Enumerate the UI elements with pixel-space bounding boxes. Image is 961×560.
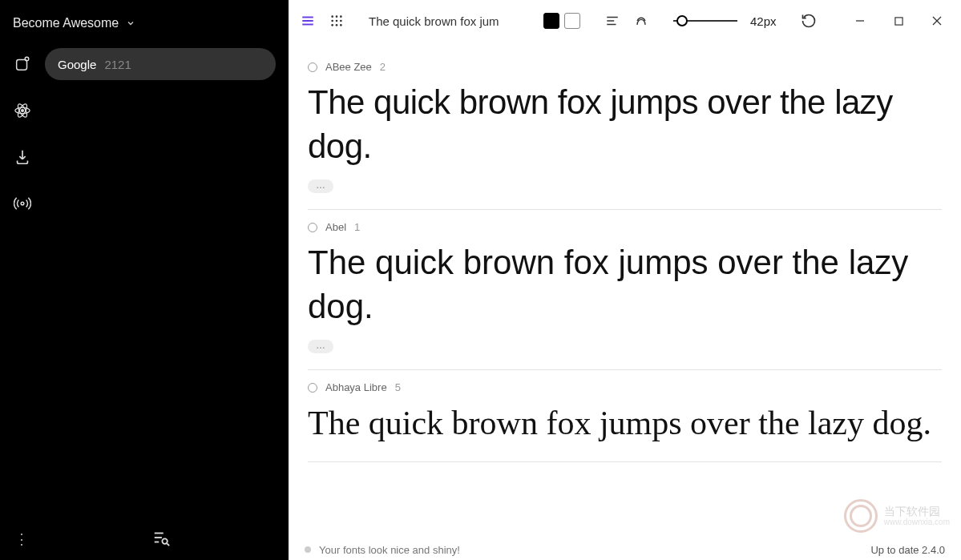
svg-point-16 bbox=[336, 15, 338, 18]
folder-icon[interactable] bbox=[13, 54, 32, 74]
svg-rect-28 bbox=[894, 17, 902, 24]
sidebar-item-label: Google bbox=[58, 58, 96, 71]
align-left-icon[interactable] bbox=[603, 11, 622, 30]
ligatures-icon[interactable] bbox=[632, 11, 651, 30]
select-font-radio[interactable] bbox=[308, 383, 317, 393]
font-list: ABee Zee 2 The quick brown fox jumps ove… bbox=[289, 42, 961, 539]
svg-point-18 bbox=[331, 20, 333, 22]
more-menu-icon[interactable]: ⋮ bbox=[13, 530, 32, 548]
font-sample[interactable]: The quick brown fox jumps over the lazy … bbox=[308, 81, 942, 168]
font-name: Abel bbox=[325, 221, 346, 233]
select-font-radio[interactable] bbox=[308, 62, 317, 72]
reset-icon[interactable] bbox=[799, 11, 818, 30]
svg-point-6 bbox=[21, 202, 24, 205]
workspace-title: Become Awesome bbox=[13, 16, 119, 30]
font-more-button[interactable]: … bbox=[308, 179, 333, 193]
svg-point-17 bbox=[340, 15, 342, 18]
font-more-button[interactable]: … bbox=[308, 340, 333, 353]
size-value: 42px bbox=[750, 14, 777, 28]
svg-point-10 bbox=[162, 538, 167, 543]
svg-point-19 bbox=[336, 20, 338, 22]
svg-point-21 bbox=[331, 24, 333, 26]
broadcast-icon[interactable] bbox=[13, 194, 32, 213]
font-row: Abhaya Libre 5 The quick brown fox jumps… bbox=[308, 370, 942, 462]
list-view-icon[interactable] bbox=[298, 11, 317, 30]
font-variant-count: 2 bbox=[380, 61, 386, 73]
sidebar-item-google[interactable]: Google 2121 bbox=[45, 48, 276, 80]
sidebar-rail bbox=[0, 43, 45, 518]
collections-list: Google 2121 bbox=[45, 43, 289, 518]
main-panel: 42px ABee Zee 2 The bbox=[289, 0, 961, 560]
font-variant-count: 5 bbox=[395, 381, 402, 393]
status-indicator-icon bbox=[305, 546, 311, 553]
svg-point-15 bbox=[331, 15, 333, 18]
playlist-search-icon[interactable] bbox=[152, 529, 170, 550]
font-row: Abel 1 The quick brown fox jumps over th… bbox=[308, 210, 942, 370]
download-icon[interactable] bbox=[13, 147, 32, 167]
font-name: ABee Zee bbox=[325, 61, 372, 73]
toolbar: 42px bbox=[289, 0, 961, 42]
sample-text-input[interactable] bbox=[369, 14, 521, 28]
chevron-down-icon bbox=[125, 18, 136, 29]
svg-point-5 bbox=[22, 110, 24, 112]
svg-rect-0 bbox=[17, 60, 27, 71]
grid-view-icon[interactable] bbox=[327, 11, 346, 30]
font-sample[interactable]: The quick brown fox jumps over the lazy … bbox=[308, 241, 942, 328]
svg-point-1 bbox=[25, 57, 29, 61]
font-sample[interactable]: The quick brown fox jumps over the lazy … bbox=[308, 401, 942, 445]
text-color-swatch-white[interactable] bbox=[564, 13, 580, 29]
svg-point-20 bbox=[340, 20, 342, 22]
size-slider[interactable] bbox=[673, 13, 737, 29]
status-message: Your fonts look nice and shiny! bbox=[319, 544, 460, 556]
sidebar-item-count: 2121 bbox=[104, 58, 131, 71]
font-name: Abhaya Libre bbox=[325, 381, 387, 393]
window-maximize-button[interactable] bbox=[884, 6, 913, 35]
font-variant-count: 1 bbox=[354, 221, 361, 233]
status-bar: Your fonts look nice and shiny! Up to da… bbox=[289, 539, 961, 560]
version-label: Up to date 2.4.0 bbox=[870, 544, 945, 556]
svg-line-11 bbox=[167, 543, 169, 546]
text-color-swatch-black[interactable] bbox=[543, 13, 559, 29]
font-row: ABee Zee 2 The quick brown fox jumps ove… bbox=[308, 50, 942, 210]
select-font-radio[interactable] bbox=[308, 223, 317, 232]
window-minimize-button[interactable] bbox=[846, 6, 874, 35]
atom-icon[interactable] bbox=[13, 101, 32, 120]
svg-point-23 bbox=[340, 24, 342, 26]
svg-point-22 bbox=[336, 24, 338, 26]
window-close-button[interactable] bbox=[923, 6, 951, 35]
workspace-switcher[interactable]: Become Awesome bbox=[0, 0, 289, 43]
sidebar: Become Awesome bbox=[0, 0, 289, 560]
